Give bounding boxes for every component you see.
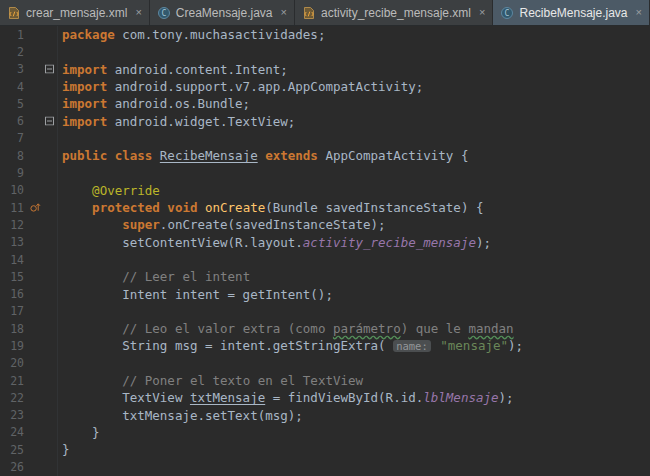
code-line-19[interactable]: 19 String msg = intent.getStringExtra( n… — [0, 337, 650, 354]
code-line-1[interactable]: 1package com.tony.muchasactividades; — [0, 26, 650, 43]
code-line-9[interactable]: 9 — [0, 164, 650, 181]
code-line-2[interactable]: 2 — [0, 43, 650, 60]
code-text: import android.os.Bundle; — [62, 96, 250, 111]
code-line-14[interactable]: 14 — [0, 251, 650, 268]
line-number: 2 — [0, 45, 26, 59]
code-line-10[interactable]: 10 @Override — [0, 182, 650, 199]
line-number: 23 — [0, 408, 26, 422]
code-line-13[interactable]: 13 setContentView(R.layout.activity_reci… — [0, 234, 650, 251]
code-segment-def: txtMensaje.setText(msg); — [62, 408, 303, 423]
close-tab-icon[interactable]: × — [479, 7, 485, 18]
code-line-8[interactable]: 8public class RecibeMensaje extends AppC… — [0, 147, 650, 164]
code-line-21[interactable]: 21 // Poner el texto en el TextView — [0, 372, 650, 389]
code-segment-kw: package — [62, 27, 122, 42]
line-number: 12 — [0, 218, 26, 232]
gutter[interactable] — [26, 320, 58, 337]
code-segment-def: } — [62, 425, 100, 440]
code-segment-def: ); — [499, 390, 514, 405]
gutter[interactable] — [26, 130, 58, 147]
gutter[interactable] — [26, 199, 58, 216]
gutter[interactable] — [26, 234, 58, 251]
code-line-12[interactable]: 12 super.onCreate(savedInstanceState); — [0, 216, 650, 233]
code-text: } — [62, 425, 100, 440]
line-number: 8 — [0, 149, 26, 163]
overriding-method-icon[interactable] — [30, 200, 41, 215]
code-segment-kw: public class — [62, 148, 160, 163]
code-segment-def: android.support.v7.app.AppCompatActivity… — [115, 79, 424, 94]
gutter[interactable] — [26, 251, 58, 268]
code-text: package com.tony.muchasactividades; — [62, 27, 325, 42]
line-number: 24 — [0, 425, 26, 439]
gutter[interactable] — [26, 372, 58, 389]
code-segment-def: Intent intent = getIntent(); — [62, 287, 333, 302]
gutter[interactable] — [26, 78, 58, 95]
editor-tab-activity_recibe_mensaje.xml[interactable]: activity_recibe_mensaje.xml× — [295, 0, 494, 25]
code-line-25[interactable]: 25} — [0, 441, 650, 458]
close-tab-icon[interactable]: × — [636, 7, 642, 18]
gutter[interactable] — [26, 216, 58, 233]
code-editor[interactable]: 1package com.tony.muchasactividades;23im… — [0, 26, 650, 476]
code-segment-typo: parámetro — [333, 321, 401, 336]
code-text: super.onCreate(savedInstanceState); — [62, 217, 386, 232]
gutter[interactable] — [26, 95, 58, 112]
close-tab-icon[interactable]: × — [281, 7, 287, 18]
code-segment-def: (Bundle savedInstanceState) { — [265, 200, 483, 215]
gutter[interactable] — [26, 268, 58, 285]
gutter[interactable] — [26, 26, 58, 43]
line-number: 9 — [0, 166, 26, 180]
code-segment-def: android.content.Intent; — [115, 62, 288, 77]
code-line-24[interactable]: 24 } — [0, 424, 650, 441]
code-segment-def — [62, 200, 92, 215]
editor-tab-crear_mensaje.xml[interactable]: crear_mensaje.xml× — [0, 0, 150, 25]
gutter[interactable] — [26, 61, 58, 78]
code-segment-ann: @Override — [92, 183, 160, 198]
gutter[interactable] — [26, 458, 58, 475]
code-segment-def — [62, 321, 122, 336]
editor-tab-RecibeMensaje.java[interactable]: CRecibeMensaje.java× — [493, 0, 650, 25]
code-line-7[interactable]: 7 — [0, 130, 650, 147]
code-segment-def: AppCompatActivity { — [325, 148, 468, 163]
gutter[interactable] — [26, 147, 58, 164]
code-line-6[interactable]: 6import android.widget.TextView; — [0, 112, 650, 129]
gutter[interactable] — [26, 337, 58, 354]
gutter[interactable] — [26, 164, 58, 181]
gutter[interactable] — [26, 389, 58, 406]
code-line-22[interactable]: 22 TextView txtMensaje = findViewById(R.… — [0, 389, 650, 406]
code-text: // Leo el valor extra (como parámetro) q… — [62, 321, 514, 336]
code-line-11[interactable]: 11 protected void onCreate(Bundle savedI… — [0, 199, 650, 216]
line-number: 14 — [0, 253, 26, 267]
code-line-26[interactable]: 26 — [0, 458, 650, 475]
editor-tab-CreaMensaje.java[interactable]: CCreaMensaje.java× — [150, 0, 295, 25]
code-line-5[interactable]: 5import android.os.Bundle; — [0, 95, 650, 112]
code-line-23[interactable]: 23 txtMensaje.setText(msg); — [0, 407, 650, 424]
gutter[interactable] — [26, 303, 58, 320]
line-number: 3 — [0, 62, 26, 76]
gutter[interactable] — [26, 43, 58, 60]
gutter[interactable] — [26, 285, 58, 302]
code-line-16[interactable]: 16 Intent intent = getIntent(); — [0, 285, 650, 302]
gutter[interactable] — [26, 182, 58, 199]
code-line-17[interactable]: 17 — [0, 303, 650, 320]
xml-file-icon — [7, 6, 21, 20]
code-line-18[interactable]: 18 // Leo el valor extra (como parámetro… — [0, 320, 650, 337]
code-line-20[interactable]: 20 — [0, 355, 650, 372]
ide-window: crear_mensaje.xml×CCreaMensaje.java×acti… — [0, 0, 650, 476]
tab-label: activity_recibe_mensaje.xml — [321, 6, 471, 20]
close-tab-icon[interactable]: × — [135, 7, 141, 18]
code-text: public class RecibeMensaje extends AppCo… — [62, 148, 468, 163]
code-line-4[interactable]: 4import android.support.v7.app.AppCompat… — [0, 78, 650, 95]
gutter[interactable] — [26, 441, 58, 458]
gutter[interactable] — [26, 424, 58, 441]
code-segment-fld: lblMensaje — [423, 390, 498, 405]
fold-marker-icon[interactable] — [45, 114, 54, 129]
gutter[interactable] — [26, 407, 58, 424]
line-number: 26 — [0, 460, 26, 474]
gutter[interactable] — [26, 112, 58, 129]
gutter[interactable] — [26, 355, 58, 372]
line-number: 5 — [0, 97, 26, 111]
code-text: import android.content.Intent; — [62, 62, 288, 77]
fold-marker-icon[interactable] — [45, 62, 54, 77]
code-line-3[interactable]: 3import android.content.Intent; — [0, 61, 650, 78]
code-text: protected void onCreate(Bundle savedInst… — [62, 200, 483, 215]
code-line-15[interactable]: 15 // Leer el intent — [0, 268, 650, 285]
